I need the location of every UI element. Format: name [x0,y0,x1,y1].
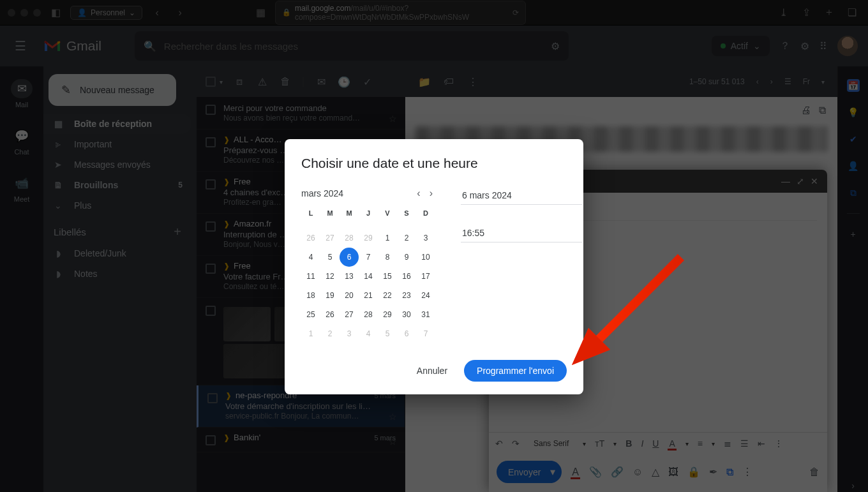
calendar-grid: LMMJVSD262728291234567891011121314151617… [301,209,435,343]
schedule-modal: Choisir une date et une heure mars 2024 … [285,139,583,394]
modal-title: Choisir une date et une heure [301,156,567,171]
calendar-day[interactable]: 28 [359,305,378,324]
calendar-day[interactable]: 26 [301,228,320,248]
calendar-day[interactable]: 30 [397,305,416,324]
calendar-dow: J [359,209,378,228]
next-month-icon[interactable]: › [427,185,435,202]
calendar-day[interactable]: 12 [320,267,340,286]
calendar-dow: V [378,209,397,228]
calendar-day[interactable]: 17 [416,267,435,286]
calendar-day[interactable]: 5 [378,324,397,343]
calendar-day[interactable]: 29 [359,228,378,248]
calendar-dow: M [340,209,359,228]
calendar-day[interactable]: 7 [359,248,378,267]
prev-month-icon[interactable]: ‹ [414,185,423,202]
calendar-day[interactable]: 21 [359,286,378,305]
calendar-dow: L [301,209,320,228]
calendar-day[interactable]: 22 [378,286,397,305]
calendar-day[interactable]: 3 [340,324,359,343]
calendar: mars 2024 ‹ › LMMJVSD2627282912345678910… [301,185,435,343]
calendar-month: mars 2024 [301,188,410,198]
calendar-day[interactable]: 24 [416,286,435,305]
calendar-day[interactable]: 14 [359,267,378,286]
calendar-day[interactable]: 4 [301,248,320,267]
calendar-day[interactable]: 26 [320,305,340,324]
calendar-day[interactable]: 7 [416,324,435,343]
calendar-dow: D [416,209,435,228]
calendar-day[interactable]: 29 [378,305,397,324]
calendar-day[interactable]: 2 [397,228,416,248]
calendar-day[interactable]: 13 [340,267,359,286]
calendar-dow: M [320,209,340,228]
calendar-day[interactable]: 15 [378,267,397,286]
calendar-day[interactable]: 27 [340,305,359,324]
calendar-day[interactable]: 19 [320,286,340,305]
calendar-day[interactable]: 9 [397,248,416,267]
calendar-day[interactable]: 6 [340,248,359,267]
calendar-day[interactable]: 28 [340,228,359,248]
calendar-day[interactable]: 20 [340,286,359,305]
calendar-day[interactable]: 1 [378,228,397,248]
calendar-day[interactable]: 5 [320,248,340,267]
time-input[interactable]: 16:55 [461,223,582,242]
calendar-day[interactable]: 16 [397,267,416,286]
calendar-day[interactable]: 2 [320,324,340,343]
calendar-day[interactable]: 18 [301,286,320,305]
calendar-day[interactable]: 6 [397,324,416,343]
calendar-day[interactable]: 4 [359,324,378,343]
cancel-button[interactable]: Annuler [407,360,458,382]
calendar-day[interactable]: 10 [416,248,435,267]
calendar-day[interactable]: 25 [301,305,320,324]
calendar-day[interactable]: 1 [301,324,320,343]
calendar-day[interactable]: 27 [320,228,340,248]
calendar-day[interactable]: 31 [416,305,435,324]
modal-overlay[interactable]: Choisir une date et une heure mars 2024 … [0,0,868,492]
calendar-day[interactable]: 11 [301,267,320,286]
calendar-day[interactable]: 23 [397,286,416,305]
schedule-send-button[interactable]: Programmer l'envoi [464,360,567,382]
calendar-day[interactable]: 3 [416,228,435,248]
date-input[interactable]: 6 mars 2024 [461,185,582,205]
calendar-day[interactable]: 8 [378,248,397,267]
calendar-dow: S [397,209,416,228]
